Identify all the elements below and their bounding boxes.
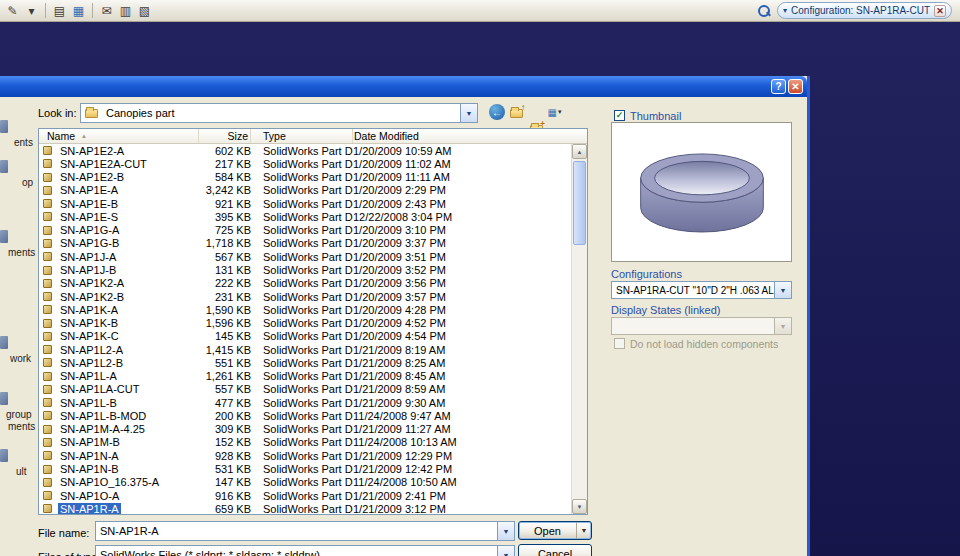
pencil-icon[interactable]: ✎ — [4, 2, 21, 19]
file-row[interactable]: SN-AP1R-A659 KBSolidWorks Part Doc...1/2… — [39, 502, 571, 514]
cancel-button[interactable]: Cancel — [518, 544, 592, 556]
scroll-up-icon[interactable]: ▲ — [572, 144, 587, 159]
file-name-cell: SN-AP1G-B — [39, 237, 199, 249]
file-row[interactable]: SN-AP1M-A-4.25309 KBSolidWorks Part Doc.… — [39, 423, 571, 436]
file-type-cell: SolidWorks Part Doc... — [251, 436, 353, 448]
place-item[interactable]: ult — [16, 466, 27, 477]
file-row[interactable]: SN-AP1L-B477 KBSolidWorks Part Doc...1/2… — [39, 396, 571, 409]
place-item[interactable]: ents — [14, 137, 33, 148]
open-button[interactable]: Open ▼ — [518, 521, 592, 540]
file-row[interactable]: SN-AP1K-C145 KBSolidWorks Part Doc...1/2… — [39, 330, 571, 343]
chart-icon[interactable]: ▥ — [117, 2, 134, 19]
file-row[interactable]: SN-AP1E-S395 KBSolidWorks Part Doc...12/… — [39, 210, 571, 223]
file-name-cell: SN-AP1K-B — [39, 317, 199, 329]
column-header-type[interactable]: Type — [251, 129, 353, 143]
look-in-dropdown[interactable]: Canopies part ▼ — [80, 103, 478, 123]
mail-icon[interactable]: ✉ — [98, 2, 115, 19]
file-row[interactable]: SN-AP1O_16.375-A147 KBSolidWorks Part Do… — [39, 476, 571, 489]
file-name-input[interactable]: SN-AP1R-A ▼ — [95, 521, 515, 541]
file-row[interactable]: SN-AP1E-A3,242 KBSolidWorks Part Doc...1… — [39, 184, 571, 197]
column-header-date[interactable]: Date Modified — [353, 129, 587, 143]
file-size-cell: 659 KB — [199, 503, 251, 514]
chevron-down-icon[interactable]: ▾ — [783, 6, 787, 15]
close-icon[interactable]: ✕ — [934, 5, 946, 17]
chevron-down-icon[interactable]: ▼ — [497, 522, 514, 540]
file-row[interactable]: SN-AP1O-A916 KBSolidWorks Part Doc...1/2… — [39, 489, 571, 502]
part-icon — [43, 186, 52, 195]
scrollbar[interactable]: ▲ ▼ — [571, 144, 587, 514]
file-name-cell: SN-AP1L-B-MOD — [39, 410, 199, 422]
chevron-down-icon[interactable]: ▼ — [774, 282, 791, 298]
column-header-size[interactable]: Size — [199, 129, 251, 143]
file-name-cell: SN-AP1L-A — [39, 370, 199, 382]
table-icon[interactable]: ▦ — [70, 2, 87, 19]
file-row[interactable]: SN-AP1K-B1,596 KBSolidWorks Part Doc...1… — [39, 316, 571, 329]
file-row[interactable]: SN-AP1N-B531 KBSolidWorks Part Doc...1/2… — [39, 462, 571, 475]
place-item[interactable]: group — [6, 409, 32, 420]
file-date-cell: 11/24/2008 9:47 AM — [353, 410, 571, 422]
file-size-cell: 1,718 KB — [199, 237, 251, 249]
configurations-dropdown[interactable]: SN-AP1RA-CUT "10"D 2"H .063 ALUM R S ▼ — [611, 281, 792, 299]
back-icon[interactable]: ← — [489, 104, 505, 120]
column-header-name[interactable]: Name ▲ — [39, 129, 199, 143]
part-icon — [43, 451, 52, 460]
file-name-text: SN-AP1R-A — [58, 503, 121, 514]
help-button[interactable]: ? — [771, 79, 786, 94]
chevron-down-icon[interactable]: ▼ — [497, 546, 514, 556]
file-row[interactable]: SN-AP1G-B1,718 KBSolidWorks Part Doc...1… — [39, 237, 571, 250]
file-row[interactable]: SN-AP1E-B921 KBSolidWorks Part Doc...1/2… — [39, 197, 571, 210]
file-date-cell: 1/20/2009 3:52 PM — [353, 264, 571, 276]
chevron-down-icon[interactable]: ▼ — [460, 104, 477, 122]
file-row[interactable]: SN-AP1L-B-MOD200 KBSolidWorks Part Doc..… — [39, 409, 571, 422]
file-row[interactable]: SN-AP1E2A-CUT217 KBSolidWorks Part Doc..… — [39, 157, 571, 170]
chevron-down-icon[interactable]: ▾ — [23, 2, 40, 19]
file-row[interactable]: SN-AP1K2-B231 KBSolidWorks Part Doc...1/… — [39, 290, 571, 303]
dialog-close-button[interactable]: ✕ — [788, 79, 803, 94]
window-icon[interactable]: ▧ — [136, 2, 153, 19]
file-name-cell: SN-AP1R-A — [39, 503, 199, 514]
file-date-cell: 1/21/2009 9:30 AM — [353, 397, 571, 409]
file-type-cell: SolidWorks Part Doc... — [251, 198, 353, 210]
file-size-cell: 309 KB — [199, 423, 251, 435]
file-row[interactable]: SN-AP1E2-B584 KBSolidWorks Part Doc...1/… — [39, 171, 571, 184]
open-split-arrow-icon[interactable]: ▼ — [576, 522, 591, 539]
file-row[interactable]: SN-AP1J-A567 KBSolidWorks Part Doc...1/2… — [39, 250, 571, 263]
file-row[interactable]: SN-AP1L2-A1,415 KBSolidWorks Part Doc...… — [39, 343, 571, 356]
place-item[interactable]: ments — [8, 247, 35, 258]
scroll-down-icon[interactable]: ▼ — [572, 499, 587, 514]
view-menu-icon[interactable]: ▦ ▾ — [546, 104, 563, 120]
file-row[interactable]: SN-AP1LA-CUT557 KBSolidWorks Part Doc...… — [39, 383, 571, 396]
thumbnail-checkbox[interactable]: ✓ — [614, 110, 625, 121]
file-list-header: Name ▲ Size Type Date Modified — [39, 129, 587, 144]
place-icon — [0, 120, 8, 133]
file-size-cell: 1,590 KB — [199, 304, 251, 316]
file-row[interactable]: SN-AP1G-A725 KBSolidWorks Part Doc...1/2… — [39, 224, 571, 237]
place-item[interactable]: op — [22, 177, 33, 188]
search-icon[interactable] — [757, 4, 771, 18]
dialog-titlebar[interactable]: ? ✕ — [0, 76, 807, 97]
file-date-cell: 1/21/2009 8:59 AM — [353, 383, 571, 395]
file-name-cell: SN-AP1O_16.375-A — [39, 476, 199, 488]
file-row[interactable]: SN-AP1M-B152 KBSolidWorks Part Doc...11/… — [39, 436, 571, 449]
file-row[interactable]: SN-AP1L-A1,261 KBSolidWorks Part Doc...1… — [39, 370, 571, 383]
place-item[interactable]: work — [10, 353, 31, 364]
scrollbar-thumb[interactable] — [573, 161, 586, 245]
files-of-type-dropdown[interactable]: SolidWorks Files (*.sldprt; *.sldasm; *.… — [95, 545, 515, 556]
file-row[interactable]: SN-AP1L2-B551 KBSolidWorks Part Doc...1/… — [39, 356, 571, 369]
file-name-cell: SN-AP1K-C — [39, 330, 199, 342]
file-row[interactable]: SN-AP1J-B131 KBSolidWorks Part Doc...1/2… — [39, 263, 571, 276]
file-size-cell: 395 KB — [199, 211, 251, 223]
configuration-selector[interactable]: ▾ Configuration: SN-AP1RA-CUT ✕ — [777, 2, 952, 19]
up-one-level-icon[interactable]: ↑ — [508, 105, 525, 121]
file-type-cell: SolidWorks Part Doc... — [251, 264, 353, 276]
sheet-icon[interactable]: ▤ — [51, 2, 68, 19]
file-row[interactable]: SN-AP1K-A1,590 KBSolidWorks Part Doc...1… — [39, 303, 571, 316]
place-item[interactable]: ments — [8, 421, 35, 432]
file-row[interactable]: SN-AP1E2-A602 KBSolidWorks Part Doc...1/… — [39, 144, 571, 157]
file-name-cell: SN-AP1K2-B — [39, 291, 199, 303]
file-type-cell: SolidWorks Part Doc... — [251, 171, 353, 183]
file-name-label: File name: — [38, 527, 89, 539]
file-row[interactable]: SN-AP1K2-A222 KBSolidWorks Part Doc...1/… — [39, 277, 571, 290]
file-row[interactable]: SN-AP1N-A928 KBSolidWorks Part Doc...1/2… — [39, 449, 571, 462]
part-icon — [43, 252, 52, 261]
